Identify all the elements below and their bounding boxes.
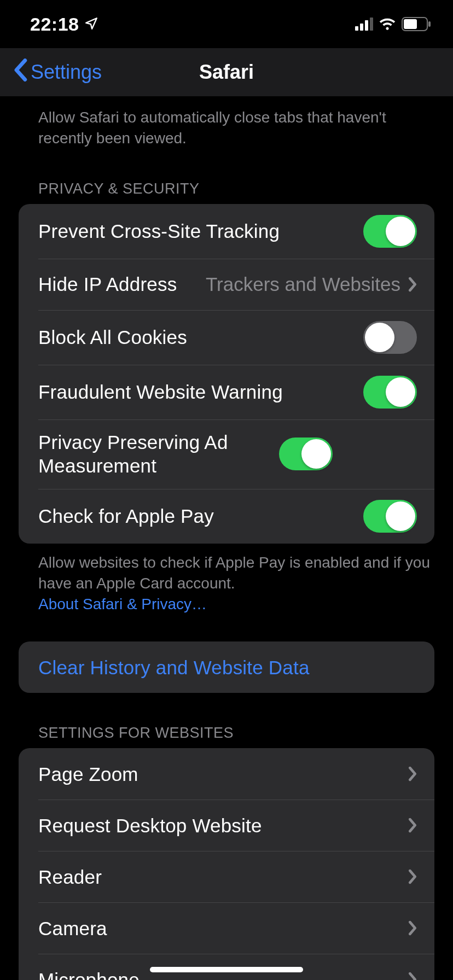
back-label: Settings	[31, 61, 102, 84]
row-label: Check for Apple Pay	[38, 504, 363, 528]
row-label: Privacy Preserving Ad Measurement	[38, 430, 279, 479]
row-label: Request Desktop Website	[38, 814, 400, 838]
toggle-ad-measurement[interactable]	[279, 438, 333, 470]
chevron-right-icon	[408, 818, 417, 833]
row-label: Fraudulent Website Warning	[38, 380, 363, 404]
row-label: Block All Cookies	[38, 325, 363, 349]
nav-bar: Safari Settings	[0, 48, 453, 96]
row-label: Prevent Cross-Site Tracking	[38, 219, 363, 243]
close-tabs-footer: Allow Safari to automatically close tabs…	[0, 96, 453, 149]
row-value: Trackers and Websites	[193, 273, 400, 295]
row-block-all-cookies[interactable]: Block All Cookies	[19, 310, 434, 365]
chevron-right-icon	[408, 869, 417, 884]
group-clear-history: Clear History and Website Data	[19, 641, 434, 693]
battery-icon	[402, 17, 431, 31]
privacy-footer: Allow websites to check if Apple Pay is …	[0, 544, 453, 614]
chevron-right-icon	[408, 920, 417, 936]
chevron-right-icon	[408, 972, 417, 980]
group-privacy: Prevent Cross-Site Tracking Hide IP Addr…	[19, 204, 434, 544]
wifi-icon	[379, 18, 396, 31]
status-bar: 22:18	[0, 0, 453, 48]
toggle-fraud-warning[interactable]	[363, 376, 417, 409]
row-check-for-apple-pay[interactable]: Check for Apple Pay	[19, 489, 434, 544]
location-arrow-icon	[84, 14, 98, 35]
back-button[interactable]: Settings	[13, 59, 102, 86]
row-clear-history[interactable]: Clear History and Website Data	[19, 641, 434, 693]
row-request-desktop-website[interactable]: Request Desktop Website	[19, 800, 434, 851]
clear-history-label: Clear History and Website Data	[38, 656, 417, 680]
row-prevent-cross-site-tracking[interactable]: Prevent Cross-Site Tracking	[19, 204, 434, 259]
row-privacy-preserving-ad-measurement[interactable]: Privacy Preserving Ad Measurement	[19, 419, 434, 489]
about-safari-privacy-link[interactable]: About Safari & Privacy…	[38, 596, 207, 612]
row-fraudulent-website-warning[interactable]: Fraudulent Website Warning	[19, 365, 434, 419]
row-page-zoom[interactable]: Page Zoom	[19, 748, 434, 800]
chevron-right-icon	[408, 766, 417, 781]
svg-rect-1	[404, 19, 417, 29]
row-label: Camera	[38, 917, 400, 941]
row-hide-ip-address[interactable]: Hide IP Address Trackers and Websites	[19, 259, 434, 310]
row-label: Reader	[38, 865, 400, 889]
section-header-websites: SETTINGS FOR WEBSITES	[0, 693, 453, 748]
toggle-prevent-tracking[interactable]	[363, 215, 417, 248]
svg-rect-2	[428, 21, 431, 27]
home-indicator[interactable]	[150, 967, 303, 972]
row-label: Page Zoom	[38, 762, 400, 786]
section-header-privacy: PRIVACY & SECURITY	[0, 149, 453, 204]
chevron-left-icon	[13, 59, 27, 86]
row-camera[interactable]: Camera	[19, 902, 434, 954]
row-reader[interactable]: Reader	[19, 851, 434, 902]
cellular-signal-icon	[355, 18, 373, 31]
group-websites: Page Zoom Request Desktop Website Reader…	[19, 748, 434, 980]
toggle-apple-pay[interactable]	[363, 500, 417, 533]
row-label: Hide IP Address	[38, 272, 177, 296]
toggle-block-cookies[interactable]	[363, 321, 417, 354]
chevron-right-icon	[408, 277, 417, 292]
status-time: 22:18	[30, 14, 79, 35]
